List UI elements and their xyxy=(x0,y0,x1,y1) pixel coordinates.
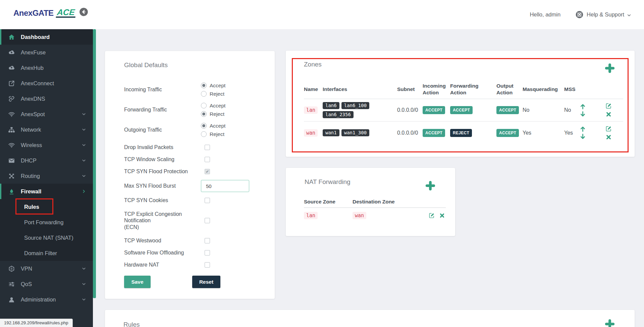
column-header: Output Action xyxy=(496,83,523,96)
sidebar-item-vpn[interactable]: VPN xyxy=(0,261,93,276)
forwarding-action-badge: REJECT xyxy=(450,129,472,137)
edit-icon[interactable] xyxy=(605,103,612,109)
home-icon xyxy=(8,34,15,41)
column-header: Destination Zone xyxy=(353,199,424,205)
interface-tag: lan6_2356 xyxy=(323,111,354,118)
interface-tag: lan6_100 xyxy=(341,102,369,109)
sidebar-subitem-label: Rules xyxy=(24,204,39,210)
delete-x-icon[interactable] xyxy=(439,213,445,219)
cloud-upload-icon xyxy=(8,64,15,72)
incoming-accept-radio[interactable]: Accept xyxy=(201,83,225,89)
zones-table: Name Interfaces Subnet Incoming Action F… xyxy=(304,80,623,144)
sidebar-scrollbar[interactable] xyxy=(93,29,96,298)
sidebar-item-anexdns[interactable]: AnexDNS xyxy=(0,91,93,106)
tcp-syn-flood-protection-checkbox[interactable] xyxy=(205,169,210,174)
sidebar-subitem-source-nat[interactable]: Source NAT (SNAT) xyxy=(0,230,93,245)
zones-table-header: Name Interfaces Subnet Incoming Action F… xyxy=(304,80,623,99)
sidebar-subitem-rules[interactable]: Rules xyxy=(0,199,93,215)
tcp-ecn-checkbox[interactable] xyxy=(205,218,210,223)
delete-x-icon[interactable] xyxy=(605,111,612,118)
sidebar-item-label: AnexDNS xyxy=(21,96,45,102)
outgoing-traffic-row: Outgoing Traffic Accept Reject xyxy=(124,121,265,139)
chevron-down-icon xyxy=(81,142,87,148)
hardware-nat-checkbox[interactable] xyxy=(205,262,210,268)
outgoing-reject-radio[interactable]: Reject xyxy=(201,131,225,137)
mss-value: No xyxy=(564,107,580,113)
person-icon xyxy=(8,296,15,303)
nat-forwarding-card: NAT Forwarding Source Zone Destination Z… xyxy=(286,168,455,236)
sidebar-item-routing[interactable]: Routing xyxy=(0,168,93,184)
reset-button[interactable]: Reset xyxy=(192,276,220,288)
max-syn-flood-burst-input[interactable] xyxy=(201,180,249,192)
sidebar-subitem-domain-filter[interactable]: Domain Filter xyxy=(0,245,93,261)
radio-icon xyxy=(201,91,207,97)
nat-forwarding-row: lan wan xyxy=(304,208,446,223)
delete-x-icon[interactable] xyxy=(605,134,612,140)
add-zone-button[interactable] xyxy=(605,63,615,73)
sidebar-item-qos[interactable]: QoS xyxy=(0,276,93,292)
sidebar-item-label: Dashboard xyxy=(21,34,50,40)
help-support-menu[interactable]: Help & Support xyxy=(575,10,632,19)
logo-text-primary: AnexGATE xyxy=(13,8,54,18)
forwarding-reject-radio[interactable]: Reject xyxy=(201,111,225,117)
move-down-icon[interactable] xyxy=(580,111,586,117)
incoming-traffic-row: Incoming Traffic Accept Reject xyxy=(124,81,265,98)
sidebar-item-anexspot[interactable]: AnexSpot xyxy=(0,106,93,122)
field-label: Hardware NAT xyxy=(124,262,201,268)
chevron-down-icon xyxy=(81,281,87,287)
card-title-rules: Rules xyxy=(123,321,635,327)
sidebar-item-network[interactable]: Network xyxy=(0,122,93,137)
tcp-syn-flood-protection-row: TCP SYN Flood Protection xyxy=(124,166,265,178)
field-label: TCP SYN Cookies xyxy=(124,197,201,203)
move-up-icon[interactable] xyxy=(580,103,586,110)
sidebar-nav: Dashboard AnexFuse AnexHub AnexConnect A… xyxy=(0,29,93,327)
column-header: MSS xyxy=(564,86,580,92)
sidebar-item-anexfuse[interactable]: AnexFuse xyxy=(0,45,93,60)
sitemap-icon xyxy=(8,126,15,133)
zone-row-lan: lan lan6 lan6_100 lan6_2356 0.0.0.0/0 AC… xyxy=(304,99,623,122)
sidebar-item-dhcp[interactable]: DHCP xyxy=(0,153,93,168)
zones-card: Zones Name Interfaces Subnet Incoming Ac… xyxy=(286,51,635,157)
sidebar-item-administration[interactable]: Administration xyxy=(0,292,93,307)
move-down-icon[interactable] xyxy=(580,133,586,140)
tcp-syn-cookies-checkbox[interactable] xyxy=(205,198,210,203)
forwarding-accept-radio[interactable]: Accept xyxy=(201,103,225,109)
edit-icon[interactable] xyxy=(429,213,435,219)
rules-card: Rules xyxy=(105,310,635,327)
edit-icon[interactable] xyxy=(605,126,612,132)
tcp-westwood-checkbox[interactable] xyxy=(205,238,210,243)
add-nat-forwarding-button[interactable] xyxy=(425,181,435,191)
app-logo[interactable]: AnexGATE ACE xyxy=(13,8,75,18)
sidebar-item-anexhub[interactable]: AnexHub xyxy=(0,60,93,76)
sidebar-item-label: VPN xyxy=(21,266,32,272)
outgoing-accept-radio[interactable]: Accept xyxy=(201,123,225,129)
sidebar-item-wireless[interactable]: Wireless xyxy=(0,137,93,153)
back-button[interactable] xyxy=(79,7,88,16)
incoming-action-badge: ACCEPT xyxy=(423,106,445,114)
software-flow-offloading-checkbox[interactable] xyxy=(205,250,210,255)
interface-tag: wan1 xyxy=(323,129,339,136)
tcp-window-scaling-checkbox[interactable] xyxy=(205,157,210,162)
sidebar-item-label: Firewall xyxy=(21,188,41,195)
source-zone-badge: lan xyxy=(304,212,318,219)
sidebar-subitem-label: Source NAT (SNAT) xyxy=(24,235,73,241)
save-button[interactable]: Save xyxy=(124,276,151,288)
max-syn-flood-burst-row: Max SYN Flood Burst xyxy=(124,178,265,194)
sidebar-item-dashboard[interactable]: Dashboard xyxy=(0,29,93,45)
move-up-icon[interactable] xyxy=(580,126,586,132)
wifi-icon xyxy=(8,111,15,118)
sidebar-item-label: AnexHub xyxy=(21,65,44,71)
drop-invalid-packets-checkbox[interactable] xyxy=(205,145,210,150)
incoming-reject-radio[interactable]: Reject xyxy=(201,91,225,97)
field-label: TCP Westwood xyxy=(124,237,201,244)
sidebar-item-anexconnect[interactable]: AnexConnect xyxy=(0,76,93,91)
sidebar-item-firewall[interactable]: Firewall xyxy=(0,184,93,199)
hexagon-icon xyxy=(8,265,15,272)
add-rule-button[interactable] xyxy=(605,319,615,327)
plus-icon xyxy=(425,186,435,192)
sidebar-item-label: Administration xyxy=(21,296,56,303)
mss-value: Yes xyxy=(564,130,580,136)
sidebar-subitem-port-forwarding[interactable]: Port Forwarding xyxy=(0,215,93,230)
tcp-window-scaling-row: TCP Window Scaling xyxy=(124,153,265,166)
arrows-icon xyxy=(8,173,15,180)
